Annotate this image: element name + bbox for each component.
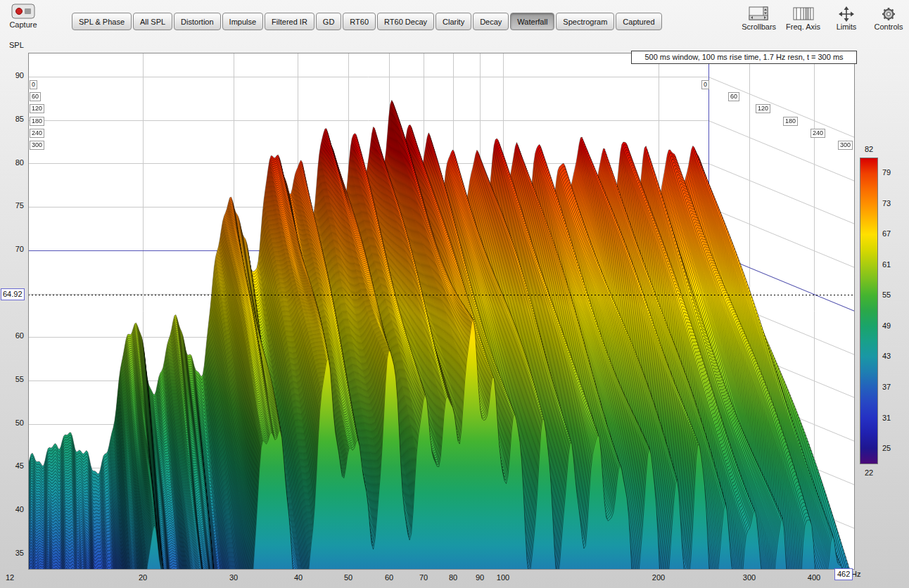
- color-legend-bar: [860, 158, 878, 464]
- legend-tick: 79: [882, 168, 891, 177]
- time-axis-label: 60: [728, 92, 739, 101]
- y-tick: 80: [0, 158, 24, 167]
- scrollbars-button[interactable]: Scrollbars: [742, 4, 776, 31]
- scrollbars-label: Scrollbars: [742, 23, 776, 31]
- tab-spectrogram[interactable]: Spectrogram: [556, 13, 614, 30]
- tab-distortion[interactable]: Distortion: [174, 13, 220, 30]
- toolbar-right-tools: Scrollbars Freq. Axis Limits Controls: [742, 4, 905, 31]
- y-tick: 75: [0, 201, 24, 210]
- freq-cursor-readout: 462: [834, 568, 853, 580]
- legend-tick: 67: [882, 229, 891, 238]
- y-tick: 50: [0, 418, 24, 427]
- legend-tick: 25: [882, 444, 891, 452]
- capture-label: Capture: [6, 20, 41, 29]
- limits-icon: [836, 4, 857, 23]
- capture-button[interactable]: Capture: [6, 4, 41, 29]
- tab-impulse[interactable]: Impulse: [222, 13, 264, 30]
- freq-axis-button[interactable]: Freq. Axis: [786, 4, 820, 31]
- freq-axis-label: Freq. Axis: [786, 23, 820, 31]
- x-tick: 12: [0, 573, 20, 582]
- x-tick: 100: [489, 573, 517, 582]
- time-axis-label: 240: [811, 129, 825, 138]
- limits-label: Limits: [837, 23, 857, 31]
- legend-tick: 31: [882, 414, 891, 422]
- y-tick: 40: [0, 505, 24, 513]
- x-tick: 300: [735, 573, 763, 582]
- x-tick: 400: [800, 573, 828, 582]
- time-axis-label: 0: [30, 80, 37, 89]
- y-tick: 55: [0, 375, 24, 383]
- y-tick: 70: [0, 245, 24, 253]
- y-tick: 60: [0, 331, 24, 340]
- tab-clarity[interactable]: Clarity: [436, 13, 471, 30]
- limits-button[interactable]: Limits: [830, 4, 863, 31]
- tab-captured[interactable]: Captured: [616, 13, 661, 30]
- time-axis-label: 300: [838, 141, 853, 150]
- time-axis-label: 240: [30, 129, 44, 138]
- time-axis-label: 120: [756, 104, 770, 113]
- capture-icon: [6, 4, 41, 20]
- legend-tick: 22: [860, 468, 878, 477]
- y-tick: 35: [0, 549, 24, 557]
- freq-axis-icon: [793, 4, 814, 23]
- controls-button[interactable]: Controls: [872, 4, 905, 31]
- time-axis-label: 180: [30, 117, 44, 126]
- x-tick: 50: [334, 573, 362, 582]
- x-tick: 60: [375, 573, 403, 582]
- x-tick: 70: [409, 573, 438, 582]
- x-tick: 30: [220, 573, 248, 582]
- spl-cursor-readout: 64.92: [1, 288, 25, 300]
- waterfall-plot[interactable]: [28, 53, 855, 570]
- time-axis-label: 180: [783, 117, 798, 126]
- scrollbars-icon: [749, 4, 770, 23]
- y-axis-title: SPL: [9, 41, 24, 49]
- legend-tick: 55: [882, 290, 891, 299]
- legend-tick: 37: [882, 383, 891, 391]
- time-axis-label: 300: [30, 141, 44, 150]
- legend-tick: 49: [882, 321, 891, 330]
- tab-gd[interactable]: GD: [316, 13, 342, 30]
- tab-decay[interactable]: Decay: [473, 13, 509, 30]
- controls-label: Controls: [875, 23, 903, 31]
- gear-icon: [879, 4, 898, 23]
- x-tick: 200: [644, 573, 673, 582]
- x-tick: 40: [284, 573, 312, 582]
- y-tick: 45: [0, 461, 24, 470]
- tab-rt60[interactable]: RT60: [343, 13, 376, 30]
- legend-tick: 73: [882, 199, 891, 207]
- x-tick: 20: [129, 573, 157, 582]
- tab-spl-phase[interactable]: SPL & Phase: [72, 13, 132, 30]
- legend-tick: 82: [860, 145, 878, 153]
- tab-all-spl[interactable]: All SPL: [133, 13, 172, 30]
- y-tick: 90: [0, 71, 24, 79]
- window-settings-readout: 500 ms window, 100 ms rise time, 1.7 Hz …: [631, 51, 857, 64]
- time-axis-label: 60: [30, 92, 41, 101]
- tab-waterfall[interactable]: Waterfall: [510, 13, 554, 30]
- x-tick: 80: [439, 573, 467, 582]
- legend-tick: 61: [882, 260, 891, 269]
- tab-rt60-decay[interactable]: RT60 Decay: [377, 13, 434, 30]
- legend-tick: 43: [882, 352, 891, 360]
- tab-filtered-ir[interactable]: Filtered IR: [265, 13, 314, 30]
- time-axis-label: 120: [30, 104, 44, 113]
- y-tick: 85: [0, 115, 24, 123]
- graph-tabs: SPL & Phase All SPL Distortion Impulse F…: [72, 13, 662, 30]
- time-axis-label: 0: [701, 80, 709, 89]
